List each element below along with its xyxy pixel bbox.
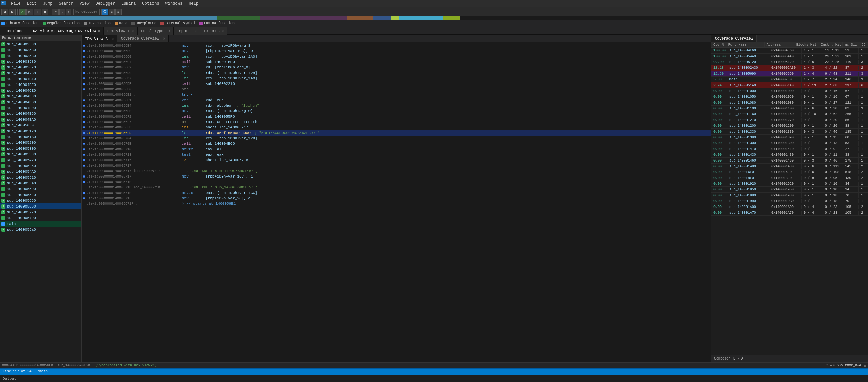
cov-row[interactable]: 0.00sub_1400013300x1400013300 / 30 / 461… xyxy=(711,129,868,135)
toolbar-step-out[interactable]: ↑ xyxy=(66,9,71,15)
func-list-item[interactable]: Fsub_140003580 xyxy=(0,53,81,59)
code-area[interactable]: .text:00000001400056B4movrcx, [rsp+1F0h+… xyxy=(82,42,711,362)
cov-row[interactable]: 0.00sub_1400012700x1400012700 / 10 / 208… xyxy=(711,117,868,123)
tab-functions[interactable]: Functions xyxy=(0,27,27,35)
tab-exports-close[interactable]: ✕ xyxy=(222,29,224,33)
func-list-item[interactable]: Fsub_140005690 xyxy=(0,203,81,209)
func-list-item[interactable]: Fsub_140005540 xyxy=(0,180,81,186)
menu-edit[interactable]: Edit xyxy=(24,1,39,7)
code-line[interactable]: .text:000000014000571B xyxy=(82,179,711,185)
code-line[interactable]: .text:0000000140005704learcx, [rbp+1D0h+… xyxy=(82,136,711,141)
code-line[interactable]: .text:000000014000571B loc_14000571B:; C… xyxy=(82,185,711,190)
func-list-item[interactable]: Fsub_140005770 xyxy=(0,209,81,215)
code-line[interactable]: .text:000000014000570Bcallsub_140004E60 xyxy=(82,141,711,147)
code-line[interactable]: .text:00000001400056C9movr8, [rbp+1D0h+a… xyxy=(82,65,711,70)
toolbar-extra3[interactable]: ≡ xyxy=(115,9,122,15)
cov-row[interactable]: 0.00sub_140001A000x140001A000 / 40 / 231… xyxy=(711,204,868,210)
tab-ida-close[interactable]: ✕ xyxy=(98,29,100,33)
cov-row[interactable]: 0.00sub_1400013000x1400013000 / 10 / 135… xyxy=(711,140,868,146)
func-list-item[interactable]: Fsub_140003580 xyxy=(0,47,81,53)
code-line[interactable]: .text:0000000140005717 xyxy=(82,163,711,168)
expand-icon[interactable]: ⊞ xyxy=(864,364,866,368)
func-list-item[interactable]: Fsub_140005660 xyxy=(0,198,81,203)
menu-view[interactable]: View xyxy=(77,1,92,7)
tab-local-types[interactable]: Local Types ✕ xyxy=(138,27,174,35)
cov-row[interactable]: 0.00sub_1400019200x1400019200 / 10 / 103… xyxy=(711,181,868,187)
func-list-item[interactable]: Fsub_1400051A0 xyxy=(0,134,81,140)
tab-hex-view[interactable]: Hex View-1 ✕ xyxy=(104,27,138,35)
func-list-item[interactable]: Fsub_140005790 xyxy=(0,215,81,221)
cov-row[interactable]: 0.00sub_1400019B00x1400019B00 / 10 / 187… xyxy=(711,198,868,204)
cov-row[interactable]: 0.00sub_140018F00x140018F00 / 80 / 95430… xyxy=(711,175,868,181)
func-list-item[interactable]: Fsub_1400055E0 xyxy=(0,192,81,198)
cov-row[interactable]: 5.88main0x140007F01 / 72 / 341463 xyxy=(711,77,868,82)
menu-options[interactable]: Options xyxy=(139,1,162,7)
tab-local-close[interactable]: ✕ xyxy=(168,29,170,33)
functions-list[interactable]: Fsub_140003580Fsub_140003580Fsub_1400035… xyxy=(0,41,81,362)
sub-tab-coverage-close[interactable]: ✕ xyxy=(163,36,165,41)
code-line[interactable]: .text:0000000140005717mov[rbp+1D0h+var_1… xyxy=(82,174,711,179)
toolbar-forward[interactable]: ▶ xyxy=(9,9,16,15)
func-list-item[interactable]: Fsub_140003670 xyxy=(0,64,81,70)
tab-hex-close[interactable]: ✕ xyxy=(132,29,134,33)
toolbar-stop[interactable]: ■ xyxy=(42,9,48,15)
menu-file[interactable]: File xyxy=(8,1,23,7)
func-list-item[interactable]: Fsub_140005120 xyxy=(0,128,81,134)
func-list-item[interactable]: Fsub_140005380 xyxy=(0,151,81,157)
cov-row[interactable]: 0.00sub_1400011000x1400011000 / 60 / 208… xyxy=(711,106,868,111)
code-line[interactable]: .text:00000001400056EBmovrcx, [rbp+1D0h+… xyxy=(82,108,711,114)
coverage-table[interactable]: Cov % Func Name Address Blocks Hit Instr… xyxy=(711,42,868,355)
toolbar-back[interactable]: ◀ xyxy=(1,9,8,15)
toolbar-step-over[interactable]: ↷ xyxy=(52,9,59,15)
sub-tab-coverage[interactable]: Coverage Overview ✕ xyxy=(117,35,169,42)
code-line[interactable]: .text:00000001400056F2callsub_1400055F0 xyxy=(82,114,711,119)
func-list-item[interactable]: Fsub_140004E60 xyxy=(0,111,81,117)
cov-row[interactable]: 0.00sub_1400019500x1400019500 / 10 / 103… xyxy=(711,187,868,193)
code-line[interactable]: .text:00000001400056E0nop xyxy=(82,87,711,92)
tab-exports[interactable]: Exports ✕ xyxy=(200,27,227,35)
func-list-item[interactable]: Fsub_1400059a0 xyxy=(0,227,81,232)
toolbar-pause[interactable]: ⏸ xyxy=(34,9,41,15)
code-line[interactable]: .text:00000001400056F7cmprax, 0FFFFFFFFF… xyxy=(82,119,711,125)
code-line[interactable]: .text:00000001400056E1 ;try { xyxy=(82,92,711,97)
code-line[interactable]: .text:00000001400056C0learcx, [rbp+1D0h+… xyxy=(82,54,711,59)
func-list-item[interactable]: Fsub_140005300 xyxy=(0,146,81,151)
cov-row[interactable]: 0.00sub_1400014100x1400014100 / 10 / 927… xyxy=(711,146,868,152)
cov-row[interactable]: 0.00sub_1400014800x1400014800 / 60 / 113… xyxy=(711,164,868,169)
tab-imports[interactable]: Imports ✕ xyxy=(174,27,200,35)
func-list-item[interactable]: Fsub_140003580 xyxy=(0,41,81,47)
cov-row[interactable]: 0.00sub_140001A700x140001A700 / 40 / 231… xyxy=(711,210,868,216)
cov-row[interactable]: 12.50sub_1400056900x1400056901 / 46 / 48… xyxy=(711,71,868,77)
coverage-tab[interactable]: Coverage Overview xyxy=(711,35,757,42)
cov-row[interactable]: 0.00sub_1400012000x1400012000 / 10 / 208… xyxy=(711,123,868,129)
menu-help[interactable]: Help xyxy=(186,1,201,7)
code-line[interactable]: .text:00000001400056BCmov[rbp+1D0h+var_1… xyxy=(82,48,711,54)
cov-row[interactable]: 0.00sub_1400014600x1400014600 / 30 / 461… xyxy=(711,158,868,164)
code-line[interactable]: .text:00000001400056D0leardx, [rbp+1D0h+… xyxy=(82,70,711,76)
code-line[interactable]: .text:00000001400056DBcallsub_140002210 xyxy=(82,81,711,87)
menu-search[interactable]: Search xyxy=(56,1,76,7)
func-list-item[interactable]: Fsub_140005420 xyxy=(0,157,81,163)
code-line[interactable]: .text:00000001400056FDleardx, a50f155c0e… xyxy=(82,130,711,136)
cov-row[interactable]: 18.18sub_1400002A300x1400002A301 / 34 / … xyxy=(711,65,868,71)
code-line[interactable]: .text:00000001400056C4callsub_140001BF0 xyxy=(82,59,711,65)
func-list-item[interactable]: Fsub_140004DD0 xyxy=(0,99,81,105)
func-list-item[interactable]: Fsub_140004BF0 xyxy=(0,82,81,88)
sub-tab-ida-close[interactable]: ✕ xyxy=(112,37,114,41)
cov-row[interactable]: 0.00sub_1400019800x1400019800 / 10 / 187… xyxy=(711,193,868,198)
func-list-item[interactable]: Fsub_140005590 xyxy=(0,186,81,192)
func-list-item[interactable]: Fsub_140005510 xyxy=(0,174,81,180)
menu-debugger[interactable]: Debugger xyxy=(93,1,118,7)
func-list-item[interactable]: Fmain xyxy=(0,221,81,227)
code-line[interactable]: .text:000000014000571Bmovzxeax, [rbp+1D0… xyxy=(82,190,711,196)
cov-row[interactable]: 0.00sub_1400014300x1400014300 / 10 / 113… xyxy=(711,152,868,158)
code-line[interactable]: .text:00000001400056B4movrcx, [rsp+1F0h+… xyxy=(82,43,711,48)
toolbar-extra1[interactable]: C xyxy=(101,9,108,15)
cov-row[interactable]: 92.00sub_1400051200x1400051204 / 523 / 2… xyxy=(711,59,868,65)
menu-jump[interactable]: Jump xyxy=(40,1,55,7)
code-line[interactable]: .text:0000000140005717 loc_140005717:; C… xyxy=(82,168,711,174)
menu-lumina[interactable]: Lumina xyxy=(118,1,139,7)
code-line[interactable]: .text:00000001400056FBjnzshort loc_14000… xyxy=(82,125,711,130)
func-list-item[interactable]: Fsub_140004760 xyxy=(0,70,81,76)
func-list-item[interactable]: Fsub_140004B10 xyxy=(0,76,81,82)
